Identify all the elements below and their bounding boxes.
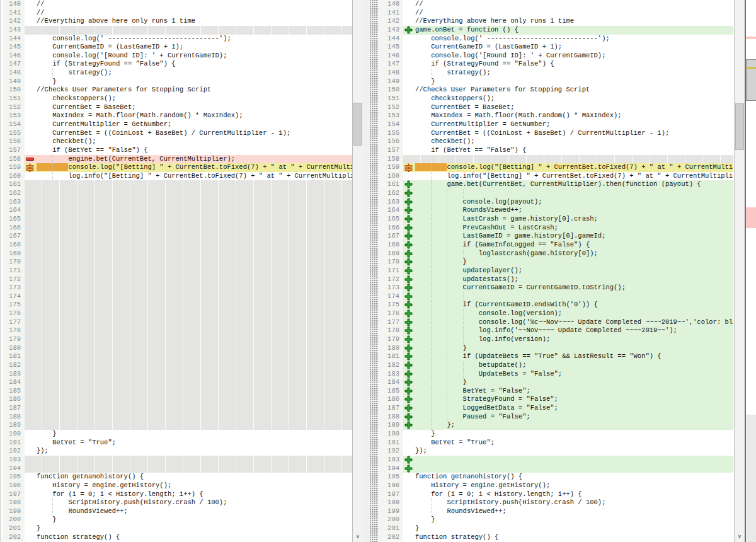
overview-mark-removed[interactable] [746, 37, 756, 39]
code-text[interactable]: //Checks User Parameters for Stopping Sc… [415, 86, 733, 95]
right-pane-scrollbar[interactable]: ∨ [734, 0, 745, 542]
code-text[interactable]: } [37, 524, 352, 533]
code-text[interactable]: function getnanohistory() { [37, 473, 352, 481]
code-text[interactable]: } [415, 78, 733, 86]
code-text[interactable] [37, 413, 352, 422]
code-text[interactable] [37, 464, 352, 473]
code-text[interactable]: for (i = 0; i < History.length; i++) { [37, 490, 352, 499]
code-text[interactable]: log.info('~~Nov~~~~ Update Completed ~~~… [415, 326, 733, 335]
code-text[interactable]: } [37, 78, 352, 86]
code-text[interactable] [37, 189, 352, 198]
code-text[interactable] [37, 318, 352, 327]
code-text[interactable]: checkbet(); [37, 137, 352, 146]
code-text[interactable]: // [37, 9, 352, 18]
code-text[interactable] [37, 370, 352, 379]
code-text[interactable]: BetYet = "True"; [37, 439, 352, 447]
code-text[interactable]: betupdate(); [415, 361, 733, 370]
code-text[interactable]: if (CurrentGameID.endsWith('0')) { [415, 301, 733, 309]
code-text[interactable]: log.info("[Betting] " + CurrentBet.toFix… [415, 172, 733, 181]
left-scrollbar-thumb[interactable] [353, 103, 362, 146]
code-text[interactable]: History = engine.getHistory(); [415, 481, 733, 490]
code-text[interactable]: ScriptHistory.push(History.crash / 100); [415, 499, 733, 507]
overview-mark-view_frame[interactable] [746, 59, 756, 101]
code-text[interactable]: checkstoppers(); [415, 95, 733, 103]
code-text[interactable] [37, 335, 352, 344]
code-text[interactable]: function getnanohistory() { [415, 473, 733, 481]
code-text[interactable] [37, 326, 352, 335]
code-text[interactable]: UpdateBets = "False"; [415, 370, 733, 379]
code-text[interactable]: function strategy() { [37, 533, 352, 542]
code-text[interactable]: CurrentGameID = (LastGameID + 1); [37, 43, 352, 52]
code-text[interactable]: console.log(' --------------------------… [37, 35, 352, 43]
code-text[interactable]: RoundsViewed++; [37, 507, 352, 516]
code-text[interactable]: updateplayer(); [415, 267, 733, 275]
code-text[interactable]: PrevCashOut = LastCrash; [415, 224, 733, 233]
code-text[interactable]: } [37, 516, 352, 524]
code-text[interactable] [37, 361, 352, 370]
code-text[interactable]: log.info("[Betting] " + CurrentBet.toFix… [37, 172, 352, 181]
code-text[interactable]: BetYet = "False"; [415, 387, 733, 396]
code-text[interactable]: }); [415, 447, 733, 456]
code-text[interactable] [37, 250, 352, 258]
code-text[interactable]: console.log(version); [415, 309, 733, 318]
code-text[interactable]: ScriptHistory.push(History.crash / 100); [37, 499, 352, 507]
code-text[interactable]: updatestats(); [415, 275, 733, 284]
code-text[interactable] [37, 26, 352, 35]
code-text[interactable]: strategy(); [415, 69, 733, 78]
code-text[interactable]: CurrentBet = BaseBet; [37, 103, 352, 112]
code-text[interactable]: engine.bet(CurrentBet, CurrentMultiplier… [37, 155, 352, 164]
code-text[interactable] [37, 456, 352, 464]
code-text[interactable]: game.onBet = function () { [415, 26, 733, 35]
code-text[interactable]: }); [37, 447, 352, 456]
code-text[interactable] [37, 180, 352, 189]
overview-mark-removed[interactable] [746, 207, 756, 228]
code-text[interactable]: console.log('%c~~Nov~~~~ Update Complete… [415, 318, 733, 327]
code-text[interactable]: function strategy() { [415, 533, 733, 542]
code-text[interactable] [415, 189, 733, 198]
code-text[interactable] [37, 404, 352, 413]
code-text[interactable]: } [415, 344, 733, 353]
code-text[interactable]: CurrentBet = ((CoinLost + BaseBet) / Cur… [415, 129, 733, 138]
code-text[interactable]: LoggedBetData = "False"; [415, 404, 733, 413]
code-text[interactable]: LastCrash = game.history[0].crash; [415, 215, 733, 224]
code-text[interactable]: MaxIndex = Math.floor(Math.random() * Ma… [37, 112, 352, 120]
overview-mark-end_gap[interactable] [746, 415, 756, 542]
code-text[interactable]: checkstoppers(); [37, 95, 352, 103]
diff-overview-bar[interactable] [745, 0, 756, 542]
code-text[interactable]: loglastcrash(game.history[0]); [415, 250, 733, 258]
code-text[interactable]: log.info(version); [415, 335, 733, 344]
code-text[interactable] [37, 309, 352, 318]
code-text[interactable]: CurrentMultiplier = GetNumber; [37, 120, 352, 129]
code-text[interactable] [37, 206, 352, 215]
code-text[interactable]: if (UpdateBets == "True" && LastResult =… [415, 352, 733, 361]
code-text[interactable]: BetYet = "True"; [415, 439, 733, 447]
code-text[interactable] [37, 224, 352, 233]
code-text[interactable]: History = engine.getHistory(); [37, 481, 352, 490]
code-text[interactable] [415, 155, 733, 164]
code-text[interactable]: if (StrategyFound == "False") { [37, 60, 352, 69]
code-text[interactable]: if (StrategyFound == "False") { [415, 60, 733, 69]
code-text[interactable] [37, 241, 352, 250]
code-text[interactable]: for (i = 0; i < History.length; i++) { [415, 490, 733, 499]
code-text[interactable] [415, 456, 733, 464]
code-text[interactable] [37, 284, 352, 292]
code-text[interactable]: Paused = "False"; [415, 413, 733, 422]
code-text[interactable] [37, 421, 352, 430]
code-text[interactable]: console.log('[Round ID]: ' + CurrentGame… [415, 52, 733, 61]
code-text[interactable] [37, 301, 352, 309]
code-text[interactable]: if (BetYet == "False") { [415, 146, 733, 155]
code-text[interactable]: CurrentGameID = CurrentGameID.toString()… [415, 284, 733, 292]
code-text[interactable]: //Everything above here only runs 1 time [415, 17, 733, 26]
overview-mark-changed[interactable] [746, 67, 756, 69]
code-text[interactable]: console.log(' --------------------------… [415, 35, 733, 43]
pane-splitter[interactable] [363, 0, 378, 542]
code-text[interactable] [37, 267, 352, 275]
code-text[interactable]: console.log("[Betting] " + CurrentBet.to… [415, 163, 733, 172]
code-text[interactable] [37, 232, 352, 241]
code-text[interactable]: console.log(payout); [415, 198, 733, 207]
code-text[interactable]: // [415, 0, 733, 9]
code-text[interactable]: checkbet(); [415, 137, 733, 146]
code-text[interactable]: } [415, 258, 733, 267]
code-text[interactable]: //Everything above here only runs 1 time [37, 17, 352, 26]
code-text[interactable]: LastGameID = game.history[0].gameId; [415, 232, 733, 241]
